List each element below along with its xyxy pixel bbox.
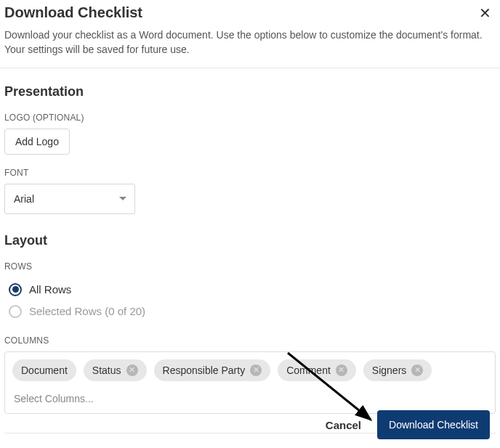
presentation-heading: Presentation bbox=[4, 84, 496, 99]
radio-selected-rows[interactable]: Selected Rows (0 of 20) bbox=[9, 301, 496, 322]
chip-remove-icon[interactable]: ✕ bbox=[250, 364, 262, 376]
dialog-title: Download Checklist bbox=[4, 4, 142, 21]
columns-placeholder: Select Columns... bbox=[12, 393, 488, 404]
chip-remove-icon[interactable]: ✕ bbox=[336, 364, 347, 376]
close-icon[interactable]: ✕ bbox=[475, 4, 496, 22]
rows-label: ROWS bbox=[4, 261, 496, 272]
radio-icon-selected bbox=[9, 283, 22, 296]
column-chip-label: Status bbox=[92, 364, 121, 376]
column-chip[interactable]: Comment✕ bbox=[278, 359, 356, 381]
radio-all-rows[interactable]: All Rows bbox=[9, 279, 496, 301]
layout-heading: Layout bbox=[4, 233, 496, 248]
dialog-description: Download your checklist as a Word docume… bbox=[4, 28, 496, 57]
column-chip-label: Document bbox=[21, 364, 68, 376]
radio-label-selected: Selected Rows (0 of 20) bbox=[29, 305, 145, 317]
columns-select[interactable]: DocumentStatus✕Responsible Party✕Comment… bbox=[4, 351, 496, 414]
download-checklist-button[interactable]: Download Checklist bbox=[377, 410, 490, 439]
font-label: FONT bbox=[4, 168, 496, 178]
radio-icon-unselected bbox=[9, 305, 22, 318]
chip-remove-icon[interactable]: ✕ bbox=[411, 364, 423, 376]
column-chip[interactable]: Responsible Party✕ bbox=[154, 359, 271, 381]
column-chip[interactable]: Document bbox=[12, 359, 76, 381]
column-chip-label: Comment bbox=[286, 364, 331, 376]
divider bbox=[0, 68, 500, 68]
column-chip-label: Responsible Party bbox=[163, 364, 246, 376]
radio-label-all: All Rows bbox=[29, 283, 71, 296]
logo-label: LOGO (OPTIONAL) bbox=[4, 113, 496, 123]
columns-label: COLUMNS bbox=[4, 335, 496, 346]
chip-remove-icon[interactable]: ✕ bbox=[126, 364, 138, 376]
column-chip[interactable]: Status✕ bbox=[84, 359, 147, 381]
add-logo-button[interactable]: Add Logo bbox=[4, 129, 70, 155]
cancel-button[interactable]: Cancel bbox=[323, 412, 364, 439]
column-chip-label: Signers bbox=[372, 364, 406, 376]
column-chip[interactable]: Signers✕ bbox=[363, 359, 432, 381]
font-select[interactable]: Arial bbox=[4, 184, 135, 214]
